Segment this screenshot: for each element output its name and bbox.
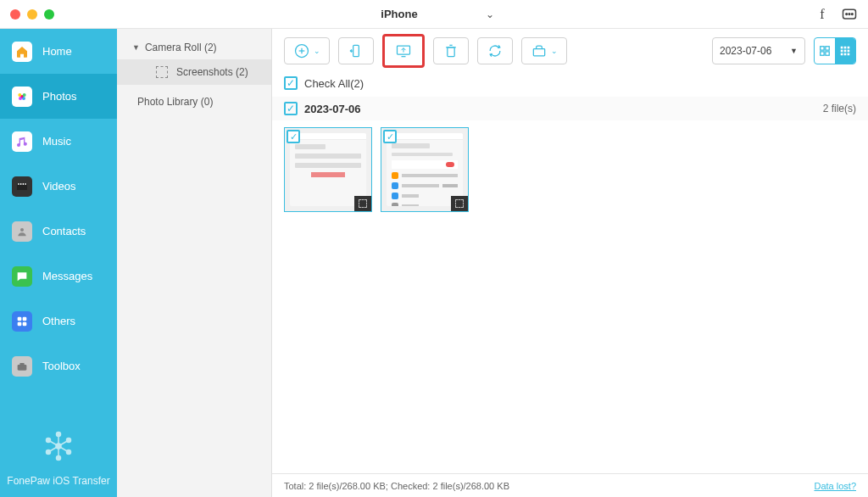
album-photo-library[interactable]: Photo Library (0) bbox=[117, 90, 271, 114]
sidebar-item-messages[interactable]: Messages bbox=[0, 254, 117, 299]
toolbox-icon bbox=[12, 356, 32, 377]
group-count: 2 file(s) bbox=[823, 103, 856, 114]
group-date: 2023-07-06 bbox=[304, 103, 361, 115]
photo-thumbnail[interactable] bbox=[381, 127, 469, 212]
messages-icon bbox=[12, 266, 32, 287]
svg-point-2 bbox=[849, 13, 850, 14]
svg-point-7 bbox=[22, 97, 25, 100]
export-to-device-button[interactable] bbox=[338, 37, 374, 64]
videos-icon bbox=[12, 176, 32, 197]
sidebar-label: Others bbox=[42, 315, 75, 327]
svg-point-27 bbox=[67, 438, 71, 443]
view-large-grid[interactable] bbox=[815, 38, 835, 64]
svg-rect-42 bbox=[448, 47, 454, 57]
date-group-header: 2023-07-06 2 file(s) bbox=[272, 97, 868, 120]
svg-rect-21 bbox=[18, 365, 27, 371]
svg-rect-51 bbox=[844, 47, 847, 49]
album-label: Screenshots (2) bbox=[176, 66, 248, 78]
svg-rect-11 bbox=[17, 183, 18, 185]
photo-thumbnail[interactable] bbox=[284, 127, 372, 212]
svg-point-8 bbox=[19, 97, 22, 100]
svg-rect-50 bbox=[841, 47, 843, 49]
toolbar: ⌄ ⌄ 2023-07-06 ▼ bbox=[272, 29, 868, 73]
sidebar-item-videos[interactable]: Videos bbox=[0, 164, 117, 209]
thumbnail-checkbox[interactable] bbox=[383, 130, 397, 143]
screenshots-icon bbox=[156, 66, 168, 78]
album-screenshots[interactable]: Screenshots (2) bbox=[117, 59, 271, 85]
disclosure-triangle-icon: ▼ bbox=[132, 43, 140, 52]
app-name: FonePaw iOS Transfer bbox=[0, 475, 117, 487]
album-label: Camera Roll (2) bbox=[145, 42, 217, 53]
group-checkbox[interactable] bbox=[284, 102, 298, 115]
device-selector[interactable]: iPhone ⌄ bbox=[374, 8, 493, 20]
svg-rect-45 bbox=[533, 49, 544, 56]
data-lost-link[interactable]: Data lost? bbox=[814, 481, 856, 491]
svg-point-33 bbox=[47, 450, 51, 455]
svg-rect-58 bbox=[848, 53, 850, 56]
album-label: Photo Library (0) bbox=[137, 96, 213, 108]
svg-rect-20 bbox=[23, 321, 27, 326]
svg-point-16 bbox=[20, 228, 24, 232]
refresh-button[interactable] bbox=[477, 37, 513, 64]
minimize-window[interactable] bbox=[27, 9, 37, 20]
svg-rect-54 bbox=[844, 50, 847, 53]
export-to-pc-button[interactable] bbox=[382, 34, 425, 68]
others-icon bbox=[12, 311, 32, 332]
svg-point-5 bbox=[18, 93, 21, 97]
svg-rect-17 bbox=[18, 316, 22, 321]
svg-rect-19 bbox=[18, 321, 22, 326]
app-logo-icon bbox=[42, 429, 75, 463]
chevron-down-icon: ⌄ bbox=[486, 8, 494, 20]
device-name: iPhone bbox=[381, 8, 417, 20]
toolbox-button[interactable]: ⌄ bbox=[521, 37, 567, 64]
home-icon bbox=[12, 42, 32, 62]
contacts-icon bbox=[12, 221, 32, 242]
sidebar-label: Contacts bbox=[42, 225, 86, 237]
delete-button[interactable] bbox=[433, 37, 469, 64]
sidebar-item-contacts[interactable]: Contacts bbox=[0, 209, 117, 254]
svg-rect-57 bbox=[844, 53, 847, 56]
svg-rect-46 bbox=[821, 47, 824, 50]
sidebar-item-photos[interactable]: Photos bbox=[0, 74, 117, 119]
view-toggle bbox=[814, 37, 856, 64]
svg-rect-48 bbox=[821, 52, 824, 55]
svg-rect-49 bbox=[826, 52, 829, 55]
feedback-icon[interactable] bbox=[841, 6, 858, 23]
chevron-down-icon: ▼ bbox=[790, 47, 798, 55]
svg-point-3 bbox=[852, 13, 854, 14]
sidebar-item-music[interactable]: Music bbox=[0, 119, 117, 164]
album-camera-roll[interactable]: ▼ Camera Roll (2) bbox=[117, 36, 271, 59]
svg-rect-22 bbox=[19, 363, 24, 366]
music-icon bbox=[12, 131, 32, 152]
sidebar-item-others[interactable]: Others bbox=[0, 299, 117, 343]
facebook-icon[interactable]: f bbox=[814, 6, 831, 23]
svg-rect-12 bbox=[19, 183, 20, 185]
chevron-down-icon: ⌄ bbox=[551, 47, 558, 55]
check-all[interactable]: Check All(2) bbox=[272, 73, 868, 97]
svg-point-25 bbox=[57, 433, 61, 437]
svg-rect-47 bbox=[826, 47, 829, 50]
sidebar-label: Videos bbox=[42, 180, 76, 193]
svg-point-1 bbox=[846, 13, 848, 14]
check-all-checkbox[interactable] bbox=[284, 76, 298, 90]
date-value: 2023-07-06 bbox=[720, 45, 771, 57]
svg-rect-52 bbox=[848, 47, 850, 49]
sidebar-label: Music bbox=[42, 135, 71, 148]
sidebar-label: Toolbox bbox=[42, 360, 81, 372]
sidebar-item-toolbox[interactable]: Toolbox bbox=[0, 343, 117, 388]
sidebar: Home Photos Music Videos Contacts bbox=[0, 29, 117, 497]
photos-icon bbox=[12, 87, 32, 107]
close-window[interactable] bbox=[10, 9, 20, 20]
thumbnail-checkbox[interactable] bbox=[287, 130, 300, 143]
add-button[interactable]: ⌄ bbox=[284, 37, 330, 64]
sidebar-item-home[interactable]: Home bbox=[0, 29, 117, 74]
svg-point-29 bbox=[67, 450, 71, 455]
date-filter[interactable]: 2023-07-06 ▼ bbox=[712, 37, 805, 64]
view-small-grid[interactable] bbox=[835, 38, 855, 64]
svg-rect-39 bbox=[353, 45, 359, 56]
titlebar: iPhone ⌄ f bbox=[0, 0, 868, 29]
maximize-window[interactable] bbox=[44, 9, 54, 20]
svg-point-35 bbox=[47, 438, 51, 443]
svg-rect-53 bbox=[841, 50, 843, 53]
sidebar-footer: FonePaw iOS Transfer bbox=[0, 429, 117, 497]
